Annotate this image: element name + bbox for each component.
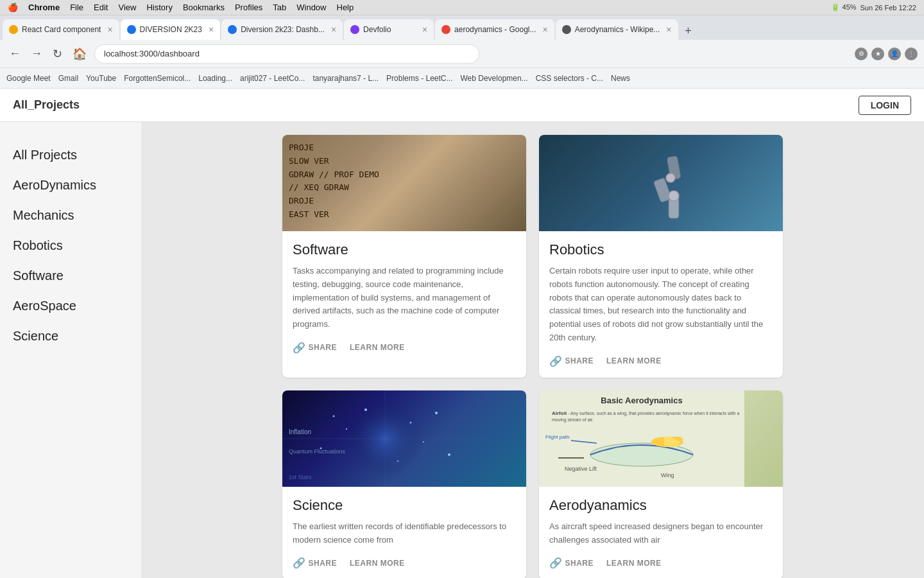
profiles-menu[interactable]: Profiles (235, 3, 262, 12)
menu-icon[interactable]: ⋮ (905, 48, 918, 60)
card-body-software: Software Tasks accompanying and related … (282, 231, 526, 364)
tab-react-card[interactable]: React Card component × (3, 19, 119, 40)
tab-label-wiki: Aerodynamics - Wikipe... (575, 25, 660, 34)
home-button[interactable]: 🏠 (70, 44, 89, 64)
bookmark-css[interactable]: CSS selectors - C... (536, 74, 603, 83)
tab-close-google[interactable]: × (542, 24, 547, 35)
bookmarks-bar: Google Meet Gmail YouTube ForgottenSemic… (0, 68, 924, 89)
window-menu[interactable]: Window (296, 3, 326, 12)
tab-diversion[interactable]: DIVERSION 2K23 × (121, 19, 221, 40)
svg-point-13 (435, 412, 438, 414)
card-robotics: Robotics Certain robots require user inp… (539, 135, 783, 378)
share-icon-robotics: 🔗 (549, 355, 563, 367)
tab-aerodynamics-google[interactable]: aerodynamics - Googl... × (435, 19, 554, 40)
svg-text:Negative Lift: Negative Lift (565, 466, 597, 472)
learn-more-button-science[interactable]: LEARN MORE (350, 559, 405, 568)
bookmark-problems[interactable]: Problems - LeetC... (386, 74, 452, 83)
url-input[interactable]: localhost:3000/dashboard (94, 44, 479, 64)
share-icon-software: 🔗 (293, 342, 306, 354)
share-label-aerodynamics: SHARE (565, 559, 594, 568)
refresh-button[interactable]: ↻ (50, 44, 65, 64)
bookmarks-menu[interactable]: Bookmarks (183, 3, 225, 12)
svg-text:Airfoil: Airfoil (552, 410, 567, 416)
bookmark-youtube[interactable]: YouTube (86, 74, 116, 83)
login-button[interactable]: LOGIN (859, 96, 911, 115)
sidebar-item-aerospace[interactable]: AeroSpace (13, 292, 128, 320)
battery-indicator: 🔋 45% (831, 3, 856, 12)
share-button-aerodynamics[interactable]: 🔗 SHARE (549, 557, 594, 569)
extensions-icon[interactable]: ⚙ (855, 48, 868, 60)
forward-button[interactable]: → (28, 44, 45, 63)
help-menu[interactable]: Help (337, 3, 354, 12)
sidebar-item-aerodynamics[interactable]: AeroDynamics (13, 171, 128, 199)
aero-diagram-svg: Basic Aerodynamics Airfoil - Any surface… (539, 390, 744, 487)
svg-text:- Any surface, such as a wing,: - Any surface, such as a wing, that prov… (568, 411, 739, 416)
new-tab-button[interactable]: + (680, 22, 697, 40)
card-text-software: Tasks accompanying and related to progra… (293, 265, 516, 331)
tab-close-dashboard[interactable]: × (331, 24, 336, 35)
science-labels: Inflation Quantum Fluctuations 1st Stars (289, 428, 345, 480)
svg-text:Flight path: Flight path (545, 434, 569, 440)
tab-menu[interactable]: Tab (273, 3, 286, 12)
tab-devfolio[interactable]: Devfolio × (344, 19, 434, 40)
bookmark-tanya[interactable]: tanyarajhans7 - L... (312, 74, 379, 83)
bookmark-gmail[interactable]: Gmail (58, 74, 78, 83)
bookmark-icon[interactable]: ★ (871, 48, 884, 60)
share-icon-aerodynamics: 🔗 (549, 557, 563, 569)
share-button-science[interactable]: 🔗 SHARE (293, 557, 337, 569)
main-content: All Projects AeroDynamics Mechanics Robo… (0, 122, 924, 578)
profile-icon[interactable]: 👤 (888, 48, 901, 60)
tab-dashboard[interactable]: Diversion 2k23: Dashb... × (221, 19, 343, 40)
sidebar-item-all-projects[interactable]: All Projects (13, 141, 128, 169)
card-title-software: Software (293, 241, 516, 258)
sidebar-item-software[interactable]: Software (13, 262, 128, 290)
tab-icon-dashboard (228, 25, 237, 34)
card-software: PROJE SLOW VER GDRAW // PROF DEMO // XEQ… (282, 135, 526, 378)
chrome-tab-bar: React Card component × DIVERSION 2K23 × … (0, 15, 924, 40)
card-body-robotics: Robotics Certain robots require user inp… (539, 231, 783, 378)
tab-close-devfolio[interactable]: × (422, 24, 427, 35)
tab-close-diversion[interactable]: × (209, 24, 214, 35)
share-button-software[interactable]: 🔗 SHARE (293, 342, 337, 354)
sidebar-item-mechanics[interactable]: Mechanics (13, 202, 128, 229)
sidebar: All Projects AeroDynamics Mechanics Robo… (0, 122, 141, 578)
chrome-menu[interactable]: Chrome (28, 3, 60, 12)
share-button-robotics[interactable]: 🔗 SHARE (549, 355, 594, 367)
tab-label-react: React Card component (22, 25, 101, 34)
view-menu[interactable]: View (118, 3, 136, 12)
card-body-science: Science The earliest written records of … (282, 487, 526, 578)
tab-close-wiki[interactable]: × (666, 24, 671, 35)
bookmark-google-meet[interactable]: Google Meet (6, 74, 51, 83)
tab-icon-react (9, 25, 18, 34)
back-button[interactable]: ← (6, 44, 23, 63)
file-menu[interactable]: File (70, 3, 83, 12)
share-label-robotics: SHARE (565, 356, 594, 365)
learn-more-button-software[interactable]: LEARN MORE (350, 343, 405, 352)
app-container: All_Projects LOGIN All Projects AeroDyna… (0, 89, 924, 578)
svg-point-16 (448, 453, 450, 456)
sidebar-item-science[interactable]: Science (13, 322, 128, 350)
bookmark-loading[interactable]: Loading... (198, 74, 232, 83)
card-image-software: PROJE SLOW VER GDRAW // PROF DEMO // XEQ… (282, 135, 526, 231)
card-title-science: Science (293, 497, 516, 514)
bookmark-webdev[interactable]: Web Developmen... (460, 74, 527, 83)
apple-icon[interactable]: 🍎 (8, 3, 18, 12)
learn-more-button-aerodynamics[interactable]: LEARN MORE (606, 559, 662, 568)
tab-icon-devfolio (350, 25, 359, 34)
address-bar-icons: ⚙ ★ 👤 ⋮ (855, 48, 918, 60)
learn-more-button-robotics[interactable]: LEARN MORE (606, 356, 662, 365)
card-actions-science: 🔗 SHARE LEARN MORE (293, 557, 516, 569)
tab-wikipedia[interactable]: Aerodynamics - Wikipe... × (556, 19, 678, 40)
edit-menu[interactable]: Edit (94, 3, 108, 12)
bookmark-arijit[interactable]: arijit027 - LeetCo... (240, 74, 305, 83)
svg-point-22 (590, 443, 693, 466)
cards-area: PROJE SLOW VER GDRAW // PROF DEMO // XEQ… (141, 122, 924, 578)
card-body-aerodynamics: Aerodyanamics As aircraft speed increase… (539, 487, 783, 578)
svg-point-4 (666, 173, 675, 182)
bookmark-news[interactable]: News (611, 74, 630, 83)
tab-close-react[interactable]: × (107, 24, 112, 35)
history-menu[interactable]: History (146, 3, 172, 12)
card-aerodynamics: Basic Aerodynamics Airfoil - Any surface… (539, 390, 783, 578)
bookmark-forgotten[interactable]: ForgottenSemicol... (124, 74, 191, 83)
sidebar-item-robotics[interactable]: Robotics (13, 232, 128, 259)
